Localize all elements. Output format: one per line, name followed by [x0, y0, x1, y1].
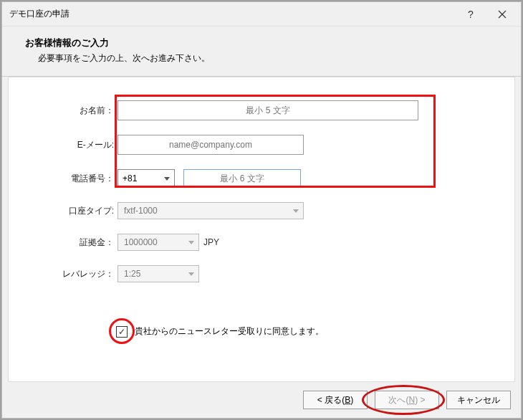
row-leverage: レバレッジ： 1:25: [9, 265, 514, 282]
phone-number-input[interactable]: [183, 169, 301, 188]
phone-country-code-value: +81: [123, 173, 137, 183]
email-input[interactable]: [117, 135, 304, 155]
row-phone: 電話番号： +81: [9, 169, 514, 188]
name-label: お名前：: [9, 105, 117, 117]
chevron-down-icon: [161, 177, 172, 181]
account-type-value: fxtf-1000: [124, 206, 158, 216]
next-button-key: N: [408, 395, 415, 405]
deposit-currency: JPY: [203, 237, 219, 247]
next-button-suffix: ) >: [415, 395, 425, 405]
close-button[interactable]: [486, 4, 518, 25]
leverage-label: レバレッジ：: [9, 268, 117, 280]
back-button[interactable]: < 戻る(B): [303, 391, 368, 409]
chevron-down-icon: [290, 209, 301, 213]
deposit-select[interactable]: 1000000: [117, 234, 199, 251]
deposit-label: 証拠金：: [9, 237, 117, 249]
row-newsletter: ✓ 貴社からのニュースレター受取りに同意します。: [116, 325, 514, 338]
help-button[interactable]: ?: [455, 4, 486, 25]
header-section: お客様情報のご入力 必要事項をご入力の上、次へお進み下さい。: [2, 27, 521, 77]
row-name: お名前：: [9, 100, 514, 120]
row-deposit: 証拠金： 1000000 JPY: [9, 234, 514, 251]
name-input[interactable]: [117, 100, 418, 120]
leverage-value: 1:25: [124, 269, 140, 279]
header-subtitle: 必要事項をご入力の上、次へお進み下さい。: [25, 52, 498, 65]
form-rows: お名前： E-メール: 電話番号： +81: [9, 100, 514, 282]
leverage-select[interactable]: 1:25: [117, 265, 199, 282]
next-button-prefix: 次へ(: [388, 394, 408, 406]
deposit-value: 1000000: [124, 237, 158, 247]
close-icon: [498, 10, 507, 19]
check-icon: ✓: [118, 327, 125, 337]
window-title: デモ口座の申請: [9, 8, 455, 20]
main-area: お名前： E-メール: 電話番号： +81: [8, 77, 515, 382]
cancel-button[interactable]: キャンセル: [446, 391, 511, 409]
phone-country-code-select[interactable]: +81: [117, 169, 175, 188]
newsletter-checkbox[interactable]: ✓: [116, 326, 128, 338]
phone-group: +81: [117, 169, 301, 188]
phone-label: 電話番号：: [9, 173, 117, 185]
titlebar: デモ口座の申請 ?: [2, 2, 521, 27]
email-label: E-メール:: [9, 139, 117, 151]
dialog-window: デモ口座の申請 ? お客様情報のご入力 必要事項をご入力の上、次へお進み下さい。…: [1, 1, 522, 419]
row-email: E-メール:: [9, 135, 514, 155]
account-type-select[interactable]: fxtf-1000: [117, 202, 304, 219]
footer: < 戻る(B) 次へ(N) > キャンセル: [2, 382, 521, 418]
next-button[interactable]: 次へ(N) >: [375, 391, 439, 409]
back-button-suffix: ): [350, 395, 353, 405]
chevron-down-icon: [186, 241, 196, 244]
account-type-label: 口座タイプ:: [9, 205, 117, 217]
newsletter-label: 貴社からのニュースレター受取りに同意します。: [135, 325, 324, 338]
row-account-type: 口座タイプ: fxtf-1000: [9, 202, 514, 219]
back-button-prefix: < 戻る(: [317, 394, 345, 406]
header-title: お客様情報のご入力: [25, 37, 498, 49]
back-button-key: B: [345, 395, 350, 405]
chevron-down-icon: [186, 272, 196, 276]
